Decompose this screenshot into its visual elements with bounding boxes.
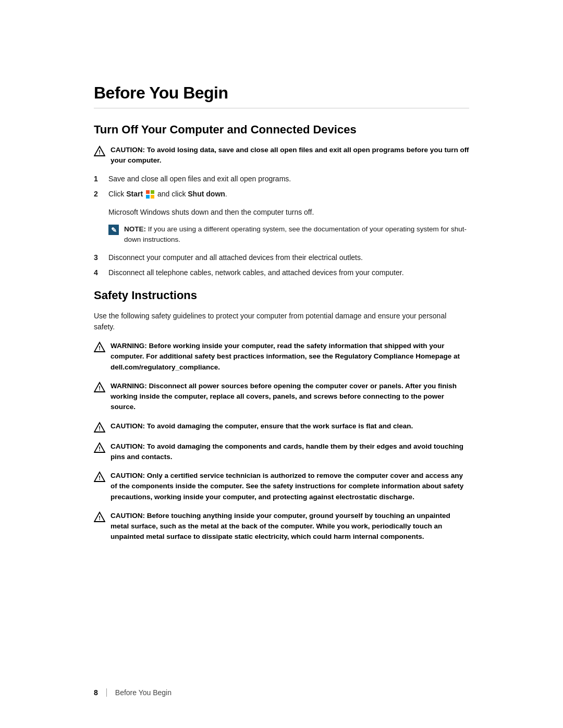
warning-text-1: WARNING: Before working inside your comp… [111, 341, 469, 373]
caution-icon-6: ! [94, 511, 105, 523]
caution-block-3: ! CAUTION: To avoid damaging the compute… [94, 421, 469, 433]
caution-text-5: CAUTION: Only a certified service techni… [111, 471, 469, 502]
svg-text:!: ! [99, 385, 101, 391]
caution-body-6: Before touching anything inside your com… [111, 512, 450, 541]
page-footer: 8 Before You Begin [94, 688, 172, 697]
section-turn-off: Turn Off Your Computer and Connected Dev… [94, 123, 469, 278]
caution-label-5: CAUTION: [111, 472, 147, 479]
caution-block-4: ! CAUTION: To avoid damaging the compone… [94, 441, 469, 463]
caution-icon-1: ! [94, 145, 105, 157]
svg-text:!: ! [99, 515, 101, 521]
svg-text:!: ! [99, 149, 101, 155]
svg-rect-4 [146, 195, 150, 199]
steps-list: 1 Save and close all open files and exit… [94, 174, 469, 200]
step-1-number: 1 [94, 174, 102, 184]
warning-label-2: WARNING: [111, 382, 149, 390]
section2-heading: Safety Instructions [94, 289, 469, 302]
caution-block-1: ! CAUTION: To avoid losing data, save an… [94, 145, 469, 166]
steps-list-2: 3 Disconnect your computer and all attac… [94, 252, 469, 278]
footer-page-number: 8 [94, 688, 98, 697]
svg-text:!: ! [99, 446, 101, 452]
caution-block-5: ! CAUTION: Only a certified service tech… [94, 471, 469, 502]
step-1: 1 Save and close all open files and exit… [94, 174, 469, 184]
warning-block-1: ! WARNING: Before working inside your co… [94, 341, 469, 373]
caution-label-1: CAUTION: [111, 146, 145, 154]
svg-text:!: ! [99, 475, 101, 481]
step-3-number: 3 [94, 252, 102, 263]
step-2-bold2: Shut down [188, 190, 225, 198]
note-body-1: If you are using a different operating s… [124, 225, 467, 243]
note-block-1: ✎ NOTE: If you are using a different ope… [108, 224, 469, 245]
note-label-1: NOTE: [124, 225, 146, 233]
footer-separator [106, 688, 107, 697]
page-title: Before You Begin [94, 83, 469, 103]
caution-icon-3: ! [94, 422, 105, 433]
step-2: 2 Click Start and click Shut down. [94, 189, 469, 200]
footer-page-label: Before You Begin [115, 688, 172, 697]
step-4: 4 Disconnect all telephone cables, netwo… [94, 267, 469, 278]
svg-rect-2 [146, 190, 150, 194]
caution-label-6: CAUTION: [111, 512, 147, 520]
caution-text-1: CAUTION: To avoid losing data, save and … [111, 145, 469, 166]
step-2-number: 2 [94, 189, 102, 200]
caution-body-4: To avoid damaging the components and car… [111, 442, 463, 461]
note-icon-1: ✎ [108, 225, 119, 235]
svg-text:!: ! [99, 425, 101, 431]
section-safety: Safety Instructions Use the following sa… [94, 289, 469, 542]
caution-label-3: CAUTION: [111, 422, 147, 430]
caution-body-1: To avoid losing data, save and close all… [111, 146, 469, 164]
step-4-number: 4 [94, 267, 102, 278]
svg-rect-3 [151, 190, 154, 194]
step-2-text: Click Start and click Shut down. [108, 189, 469, 200]
warning-label-1: WARNING: [111, 342, 149, 350]
warning-body-2: Disconnect all power sources before open… [111, 382, 457, 411]
step-1-text: Save and close all open files and exit a… [108, 174, 469, 184]
svg-text:✎: ✎ [111, 226, 117, 234]
step-4-text: Disconnect all telephone cables, network… [108, 267, 469, 278]
page-content: Before You Begin Turn Off Your Computer … [0, 0, 563, 603]
warning-block-2: ! WARNING: Disconnect all power sources … [94, 381, 469, 413]
step-3-text: Disconnect your computer and all attache… [108, 252, 469, 263]
warning-body-1: Before working inside your computer, rea… [111, 342, 460, 371]
section2-intro: Use the following safety guidelines to p… [94, 311, 469, 332]
caution-icon-5: ! [94, 471, 105, 483]
section1-heading: Turn Off Your Computer and Connected Dev… [94, 123, 469, 137]
warning-icon-1: ! [94, 341, 105, 353]
caution-icon-4: ! [94, 442, 105, 453]
warning-icon-2: ! [94, 381, 105, 393]
title-divider [94, 108, 469, 108]
warning-text-2: WARNING: Disconnect all power sources be… [111, 381, 469, 413]
svg-text:!: ! [99, 345, 101, 351]
caution-text-3: CAUTION: To avoid damaging the computer,… [111, 421, 413, 431]
step2-subtext: Microsoft Windows shuts down and then th… [108, 207, 469, 218]
windows-logo-icon [146, 190, 154, 199]
step-3: 3 Disconnect your computer and all attac… [94, 252, 469, 263]
caution-text-4: CAUTION: To avoid damaging the component… [111, 441, 469, 463]
step-2-bold1: Start [126, 190, 143, 198]
caution-body-5: Only a certified service technician is a… [111, 472, 463, 501]
caution-body-3: To avoid damaging the computer, ensure t… [147, 422, 413, 430]
caution-text-6: CAUTION: Before touching anything inside… [111, 511, 469, 542]
caution-block-6: ! CAUTION: Before touching anything insi… [94, 511, 469, 542]
note-text-1: NOTE: If you are using a different opera… [124, 224, 469, 245]
svg-rect-5 [151, 195, 154, 199]
caution-label-4: CAUTION: [111, 442, 147, 450]
